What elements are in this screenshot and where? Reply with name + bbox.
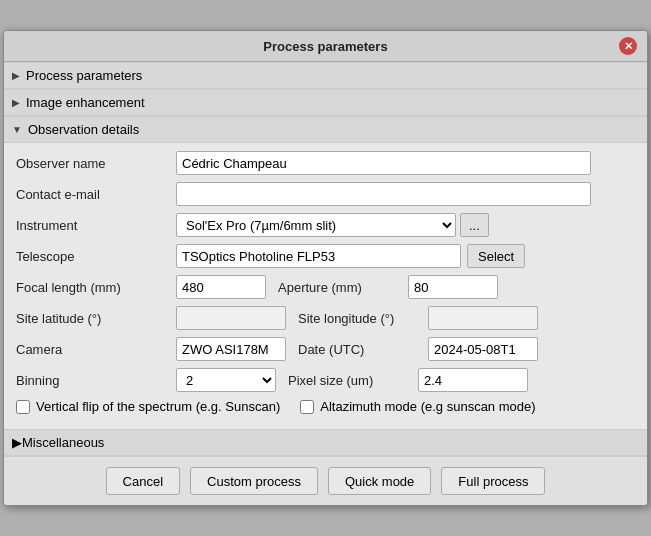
process-parameters-dialog: Process parameters ✕ ▶ Process parameter… bbox=[3, 30, 648, 506]
instrument-controls: Sol'Ex Pro (7µm/6mm slit) ... bbox=[176, 213, 489, 237]
pixel-size-label: Pixel size (um) bbox=[288, 373, 418, 388]
section-image-enhancement-label: Image enhancement bbox=[26, 95, 145, 110]
focal-length-label: Focal length (mm) bbox=[16, 280, 176, 295]
date-label: Date (UTC) bbox=[298, 342, 428, 357]
vertical-flip-item: Vertical flip of the spectrum (e.g. Suns… bbox=[16, 399, 280, 414]
close-button[interactable]: ✕ bbox=[619, 37, 637, 55]
dialog-title: Process parameters bbox=[32, 39, 619, 54]
telescope-select-button[interactable]: Select bbox=[467, 244, 525, 268]
arrow-icon-misc: ▶ bbox=[12, 435, 22, 450]
focal-length-input[interactable] bbox=[176, 275, 266, 299]
instrument-row: Instrument Sol'Ex Pro (7µm/6mm slit) ... bbox=[16, 213, 635, 237]
site-longitude-input[interactable] bbox=[428, 306, 538, 330]
observer-name-label: Observer name bbox=[16, 156, 176, 171]
section-miscellaneous[interactable]: ▶ Miscellaneous bbox=[4, 429, 647, 456]
section-process-params[interactable]: ▶ Process parameters bbox=[4, 62, 647, 89]
binning-select[interactable]: 2 bbox=[176, 368, 276, 392]
section-image-enhancement[interactable]: ▶ Image enhancement bbox=[4, 89, 647, 116]
section-miscellaneous-label: Miscellaneous bbox=[22, 435, 104, 450]
aperture-input[interactable] bbox=[408, 275, 498, 299]
telescope-controls: Select bbox=[176, 244, 525, 268]
instrument-label: Instrument bbox=[16, 218, 176, 233]
camera-label: Camera bbox=[16, 342, 176, 357]
quick-mode-button[interactable]: Quick mode bbox=[328, 467, 431, 495]
telescope-input[interactable] bbox=[176, 244, 461, 268]
camera-date-row: Camera Date (UTC) bbox=[16, 337, 635, 361]
vertical-flip-label: Vertical flip of the spectrum (e.g. Suns… bbox=[36, 399, 280, 414]
altazimuth-checkbox[interactable] bbox=[300, 400, 314, 414]
section-observation-details-label: Observation details bbox=[28, 122, 139, 137]
observer-name-row: Observer name bbox=[16, 151, 635, 175]
focal-aperture-row: Focal length (mm) Aperture (mm) bbox=[16, 275, 635, 299]
instrument-dots-button[interactable]: ... bbox=[460, 213, 489, 237]
binning-label: Binning bbox=[16, 373, 176, 388]
contact-email-input[interactable] bbox=[176, 182, 591, 206]
telescope-label: Telescope bbox=[16, 249, 176, 264]
cancel-button[interactable]: Cancel bbox=[106, 467, 180, 495]
full-process-button[interactable]: Full process bbox=[441, 467, 545, 495]
section-observation-details[interactable]: ▼ Observation details bbox=[4, 116, 647, 143]
custom-process-button[interactable]: Custom process bbox=[190, 467, 318, 495]
site-latitude-label: Site latitude (°) bbox=[16, 311, 176, 326]
observer-name-input[interactable] bbox=[176, 151, 591, 175]
instrument-select[interactable]: Sol'Ex Pro (7µm/6mm slit) bbox=[176, 213, 456, 237]
binning-pixel-row: Binning 2 Pixel size (um) bbox=[16, 368, 635, 392]
title-bar: Process parameters ✕ bbox=[4, 31, 647, 62]
section-process-params-label: Process parameters bbox=[26, 68, 142, 83]
vertical-flip-checkbox[interactable] bbox=[16, 400, 30, 414]
contact-email-label: Contact e-mail bbox=[16, 187, 176, 202]
pixel-size-input[interactable] bbox=[418, 368, 528, 392]
site-longitude-label: Site longitude (°) bbox=[298, 311, 428, 326]
arrow-icon-process: ▶ bbox=[12, 70, 20, 81]
observation-details-content: Observer name Contact e-mail Instrument … bbox=[4, 143, 647, 429]
telescope-row: Telescope Select bbox=[16, 244, 635, 268]
site-latitude-input[interactable] bbox=[176, 306, 286, 330]
checkbox-row: Vertical flip of the spectrum (e.g. Suns… bbox=[16, 399, 635, 414]
altazimuth-label: Altazimuth mode (e.g sunscan mode) bbox=[320, 399, 535, 414]
altazimuth-item: Altazimuth mode (e.g sunscan mode) bbox=[300, 399, 535, 414]
arrow-icon-image: ▶ bbox=[12, 97, 20, 108]
camera-input[interactable] bbox=[176, 337, 286, 361]
arrow-icon-obs: ▼ bbox=[12, 124, 22, 135]
aperture-label: Aperture (mm) bbox=[278, 280, 408, 295]
site-lat-lon-row: Site latitude (°) Site longitude (°) bbox=[16, 306, 635, 330]
date-input[interactable] bbox=[428, 337, 538, 361]
footer-buttons: Cancel Custom process Quick mode Full pr… bbox=[4, 456, 647, 505]
contact-email-row: Contact e-mail bbox=[16, 182, 635, 206]
